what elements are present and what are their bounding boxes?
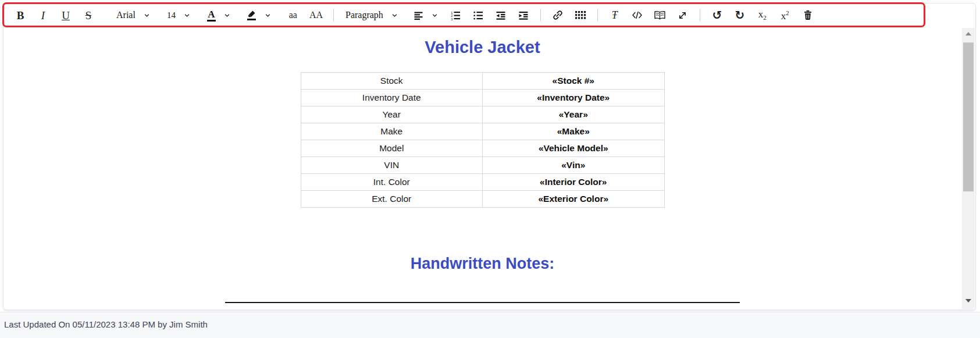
scroll-down-button[interactable]	[962, 296, 975, 305]
field-label-cell[interactable]: Inventory Date	[301, 90, 483, 106]
open-book-icon	[654, 10, 666, 20]
expand-arrows-icon	[678, 10, 687, 20]
field-label-cell[interactable]: Ext. Color	[301, 191, 483, 208]
field-label-cell[interactable]: VIN	[301, 157, 483, 174]
subscript-icon: x2	[758, 9, 767, 21]
merge-field-cell[interactable]: «Exterior Color»	[483, 191, 665, 208]
highlighter-icon	[247, 10, 256, 20]
link-icon	[553, 10, 563, 20]
merge-field-cell[interactable]: «Vehicle Model»	[483, 140, 665, 157]
chevron-down-icon	[432, 12, 438, 19]
chevron-down-icon	[184, 12, 190, 19]
outdent-button[interactable]	[493, 6, 508, 24]
subscript-button[interactable]: x2	[755, 6, 770, 24]
clear-formatting-button[interactable]: Ŧ	[607, 6, 622, 24]
indent-icon	[518, 10, 529, 20]
text-color-select[interactable]: A	[205, 6, 233, 24]
code-view-button[interactable]	[630, 6, 645, 24]
bullet-list-icon	[473, 10, 483, 20]
triangle-up-icon	[965, 32, 971, 35]
page-footer: Last Updated On 05/11/2023 13:48 PM by J…	[0, 312, 980, 338]
document-edit-area[interactable]: Vehicle Jacket Stock «Stock #» Inventory…	[3, 27, 975, 309]
chevron-down-icon	[144, 12, 150, 19]
superscript-button[interactable]: x2	[778, 6, 793, 24]
svg-text:3: 3	[451, 17, 453, 20]
align-left-icon	[414, 10, 423, 20]
field-label-cell[interactable]: Make	[301, 123, 483, 140]
indent-button[interactable]	[516, 6, 531, 24]
table-row: VIN «Vin»	[301, 157, 664, 174]
redo-icon: ↻	[735, 9, 744, 21]
document-title[interactable]: Vehicle Jacket	[3, 38, 961, 57]
merge-field-cell[interactable]: «Inventory Date»	[483, 90, 665, 106]
merge-field-cell[interactable]: «Year»	[483, 106, 665, 123]
merge-field-cell[interactable]: «Interior Color»	[483, 174, 665, 191]
paragraph-format-select[interactable]: Paragraph	[343, 6, 400, 24]
insert-link-button[interactable]	[550, 6, 565, 24]
uppercase-button[interactable]: AA	[308, 6, 324, 24]
merge-field-cell[interactable]: «Stock #»	[483, 73, 665, 90]
bold-button[interactable]: B	[13, 6, 28, 24]
field-label-cell[interactable]: Model	[301, 140, 483, 157]
table-row: Inventory Date «Inventory Date»	[301, 90, 664, 106]
fullscreen-button[interactable]	[675, 6, 690, 24]
undo-button[interactable]: ↺	[710, 6, 725, 24]
vertical-scrollbar[interactable]	[962, 28, 975, 309]
clear-formatting-icon: Ŧ	[612, 10, 618, 20]
text-color-icon: A	[207, 9, 216, 22]
toolbar-separator	[333, 9, 334, 22]
handwritten-notes-line[interactable]	[225, 302, 740, 303]
field-label-cell[interactable]: Stock	[301, 73, 483, 90]
strikethrough-button[interactable]: S	[81, 6, 96, 24]
outdent-icon	[496, 10, 506, 20]
toolbar-separator	[540, 9, 541, 22]
bullet-list-button[interactable]	[471, 6, 486, 24]
editor-toolbar: B I U S Arial 14 A	[3, 3, 975, 27]
code-icon	[632, 10, 643, 20]
merge-field-cell[interactable]: «Vin»	[483, 157, 665, 174]
rich-text-editor: B I U S Arial 14 A	[3, 3, 976, 310]
toolbar-separator	[597, 9, 598, 22]
toolbar-separator	[700, 9, 700, 22]
trash-icon	[803, 10, 812, 20]
chevron-down-icon	[265, 12, 271, 19]
insert-grid-button[interactable]	[573, 6, 588, 24]
grid-icon	[575, 10, 586, 20]
vehicle-fields-table: Stock «Stock #» Inventory Date «Inventor…	[301, 72, 665, 208]
field-label-cell[interactable]: Int. Color	[301, 174, 483, 191]
scrollbar-thumb[interactable]	[963, 42, 974, 191]
chevron-down-icon	[391, 12, 398, 19]
font-size-select[interactable]: 14	[165, 6, 193, 24]
highlight-color-select[interactable]	[245, 6, 273, 24]
table-row: Ext. Color «Exterior Color»	[301, 191, 664, 208]
scroll-up-button[interactable]	[962, 29, 975, 38]
ordered-list-icon: 1 2 3	[450, 10, 461, 20]
table-row: Make «Make»	[301, 123, 664, 140]
lowercase-button[interactable]: aa	[286, 6, 301, 24]
field-label-cell[interactable]: Year	[301, 106, 483, 123]
font-family-select[interactable]: Arial	[114, 6, 152, 24]
italic-button[interactable]: I	[35, 6, 51, 24]
vehicle-table-body: Stock «Stock #» Inventory Date «Inventor…	[301, 73, 664, 208]
merge-field-cell[interactable]: «Make»	[483, 123, 665, 140]
underline-button[interactable]: U	[58, 6, 73, 24]
notes-heading[interactable]: Handwritten Notes:	[3, 254, 961, 273]
spellcheck-button[interactable]	[653, 6, 668, 24]
text-align-select[interactable]	[411, 6, 440, 24]
superscript-icon: x2	[781, 10, 789, 21]
table-row: Int. Color «Interior Color»	[301, 174, 664, 191]
chevron-down-icon	[224, 12, 230, 19]
triangle-down-icon	[965, 299, 971, 303]
table-row: Year «Year»	[301, 106, 664, 123]
table-row: Model «Vehicle Model»	[301, 140, 664, 157]
font-family-value: Arial	[116, 10, 136, 20]
last-updated-text: Last Updated On 05/11/2023 13:48 PM by J…	[4, 319, 208, 329]
delete-button[interactable]	[800, 6, 815, 24]
ordered-list-button[interactable]: 1 2 3	[448, 6, 463, 24]
undo-icon: ↺	[712, 9, 722, 21]
redo-button[interactable]: ↻	[732, 6, 747, 24]
paragraph-format-value: Paragraph	[345, 10, 383, 20]
table-row: Stock «Stock #»	[301, 73, 664, 90]
font-size-value: 14	[167, 10, 176, 20]
